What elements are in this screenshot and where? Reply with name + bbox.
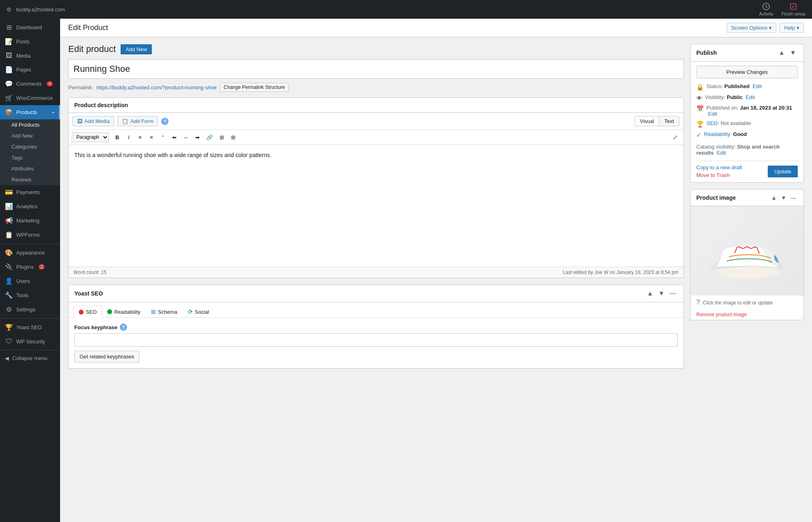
add-new-button[interactable]: Add New (121, 44, 152, 54)
plugins-icon: 🔌 (5, 263, 13, 271)
social-tab-label: Social (195, 309, 209, 315)
remove-product-image-link[interactable]: Remove product image (691, 309, 803, 320)
bold-button[interactable]: B (112, 133, 123, 142)
yoast-tab-seo[interactable]: SEO (73, 306, 102, 318)
yoast-tab-readability[interactable]: Readability (102, 306, 145, 317)
preview-changes-button[interactable]: Preview Changes (696, 66, 798, 78)
sidebar-item-users[interactable]: 👤 Users (0, 274, 60, 288)
update-button[interactable]: Update (768, 166, 798, 177)
publish-content: Preview Changes 🔒 Status: Published Edit (691, 62, 803, 182)
italic-button[interactable]: I (123, 133, 134, 142)
get-related-keyphrases-button[interactable]: Get related keyphrases (74, 351, 139, 362)
sidebar-item-media[interactable]: 🖼 Media (0, 49, 60, 63)
sidebar-item-wp-security[interactable]: 🛡 WP Security (0, 334, 60, 348)
yoast-collapse-up-button[interactable]: ▲ (645, 289, 655, 298)
readability-link[interactable]: Readability: (704, 131, 732, 137)
sidebar-item-appearance[interactable]: 🎨 Appearance (0, 246, 60, 260)
visibility-value: Public (727, 94, 743, 100)
publish-seo-row: 🏆 SEO: Not available (696, 120, 798, 128)
editor-footer: Word count: 15 Last edited by Joe W on J… (69, 267, 683, 278)
catalog-edit-link[interactable]: Edit (717, 150, 726, 156)
yoast-controls: ▲ ▼ — (645, 289, 678, 298)
seo-status-icon: 🏆 (696, 121, 704, 128)
schema-tab-label: Schema (158, 309, 177, 315)
product-image-down-arrow[interactable]: ▼ (779, 194, 788, 202)
align-right-button[interactable]: ➡ (192, 133, 203, 142)
wp-logo-icon[interactable]: ⚙ (6, 6, 11, 13)
align-left-button[interactable]: ⬅ (169, 133, 179, 142)
screen-options-button[interactable]: Screen Options ▾ (727, 23, 777, 33)
sidebar-item-woocommerce[interactable]: 🛒 WooCommerce (0, 91, 60, 105)
focus-kp-help-icon[interactable]: ? (120, 324, 127, 331)
submenu-add-new[interactable]: Add New (0, 130, 60, 141)
sidebar-item-marketing[interactable]: 📢 Marketing (0, 214, 60, 228)
yoast-tab-schema[interactable]: ⊞ Schema (146, 306, 183, 317)
copy-draft-link[interactable]: Copy to a new draft (696, 164, 742, 170)
product-image-thumbnail[interactable] (691, 206, 803, 296)
collapse-menu-button[interactable]: ◀ Collapse menu (0, 352, 60, 365)
products-chevron-icon (51, 110, 55, 114)
sidebar-item-analytics[interactable]: 📊 Analytics (0, 199, 60, 214)
plugins-badge: 2 (39, 264, 45, 270)
visibility-text: Visibility: Public Edit (705, 94, 755, 100)
product-image-up-arrow[interactable]: ▲ (769, 194, 778, 202)
sidebar-item-settings[interactable]: ⚙ Settings (0, 302, 60, 317)
submenu-categories[interactable]: Categories (0, 141, 60, 152)
yoast-minimize-button[interactable]: — (668, 289, 678, 298)
move-trash-link[interactable]: Move to Trash (696, 172, 742, 178)
seo-status-text: SEO: Not available (706, 120, 751, 126)
seo-dot (79, 310, 84, 315)
visibility-edit-link[interactable]: Edit (746, 94, 755, 100)
editor-content[interactable]: This is a wonderful running shoe with a … (69, 145, 683, 267)
activity-button[interactable]: Activity (759, 2, 773, 16)
link-button[interactable]: 🔗 (203, 133, 216, 142)
unordered-list-button[interactable]: ≡ (135, 133, 145, 142)
sidebar-item-wpforms[interactable]: 📋 WPForms (0, 228, 60, 242)
yoast-collapse-down-button[interactable]: ▼ (657, 289, 666, 298)
sidebar-item-comments[interactable]: 💬 Comments 4 (0, 77, 60, 91)
dashboard-icon: ⊞ (5, 24, 13, 31)
admin-bar: ⚙ buddy.a2hosted.com Activity Finish set… (0, 0, 812, 19)
editor-help-icon[interactable]: ? (161, 118, 168, 125)
status-value: Published (724, 83, 749, 89)
sidebar-item-dashboard[interactable]: ⊞ Dashboard (0, 20, 60, 35)
yoast-tab-social[interactable]: ⟳ Social (183, 306, 214, 317)
yoast-icon: 🏆 (5, 324, 13, 331)
sidebar-item-payments[interactable]: 💳 Payments (0, 185, 60, 199)
visual-tab[interactable]: Visual (635, 116, 659, 126)
text-tab[interactable]: Text (659, 116, 679, 126)
expand-editor-button[interactable]: ⤢ (670, 133, 680, 142)
submenu-all-products[interactable]: All Products (0, 119, 60, 130)
add-media-button[interactable]: 🖼 Add Media (73, 116, 114, 126)
paragraph-select[interactable]: Paragraph (72, 132, 109, 142)
table-button[interactable]: ⊞ (216, 133, 227, 142)
submenu-reviews[interactable]: Reviews (0, 174, 60, 185)
help-button[interactable]: Help ▾ (780, 23, 804, 33)
publish-down-arrow[interactable]: ▼ (788, 48, 798, 57)
seo-link[interactable]: SEO: (706, 120, 719, 126)
submenu-tags[interactable]: Tags (0, 152, 60, 163)
sidebar-item-posts[interactable]: 📝 Posts (0, 35, 60, 49)
align-center-button[interactable]: ↔ (180, 133, 191, 142)
product-image-minimize[interactable]: — (789, 194, 798, 202)
more-formats-button[interactable]: ⊞ (228, 133, 238, 142)
site-name[interactable]: buddy.a2hosted.com (16, 6, 65, 13)
product-title-input[interactable] (68, 59, 684, 79)
finish-setup-button[interactable]: Finish setup (782, 2, 806, 16)
status-edit-link[interactable]: Edit (753, 83, 762, 89)
change-permalink-button[interactable]: Change Permalink Structure (220, 83, 289, 92)
permalink-link[interactable]: https://buddy.a2hosted.com/?product=runn… (96, 84, 216, 91)
sidebar-item-products[interactable]: 📦 Products (0, 105, 60, 119)
publish-up-arrow[interactable]: ▲ (777, 48, 786, 57)
focus-keyphrase-input[interactable] (74, 333, 678, 347)
marketing-icon: 📢 (5, 217, 13, 224)
sidebar-item-yoast-seo[interactable]: 🏆 Yoast SEO (0, 320, 60, 334)
ordered-list-button[interactable]: ≡ (146, 133, 157, 142)
sidebar-item-plugins[interactable]: 🔌 Plugins 2 (0, 260, 60, 274)
sidebar-item-tools[interactable]: 🔧 Tools (0, 288, 60, 302)
blockquote-button[interactable]: " (158, 133, 168, 142)
add-form-button[interactable]: 📋 Add Form (117, 116, 158, 126)
submenu-attributes[interactable]: Attributes (0, 163, 60, 174)
publish-date-edit-link[interactable]: Edit (708, 111, 717, 117)
sidebar-item-pages[interactable]: 📄 Pages (0, 63, 60, 77)
